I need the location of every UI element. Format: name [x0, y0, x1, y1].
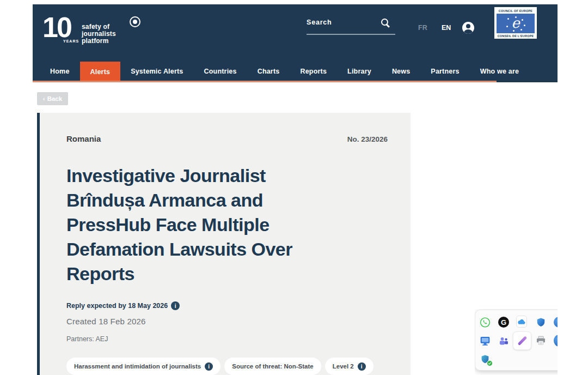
council-of-europe-logo[interactable]: COUNCIL OF EUROPE e CONSEIL DE L'EUROPE [494, 7, 537, 39]
site-header: 10 YEARS safety of journalists platform … [33, 4, 558, 62]
partners-label: Partners: AEJ [66, 335, 108, 343]
nav-item-home[interactable]: Home [40, 62, 80, 81]
screen: 10 YEARS safety of journalists platform … [0, 0, 588, 375]
nav-item-countries[interactable]: Countries [194, 62, 247, 81]
user-account-icon[interactable] [462, 22, 474, 34]
coe-stars [507, 18, 509, 20]
coe-label-fr: CONSEIL DE L'EUROPE [497, 34, 535, 38]
defender-check-icon[interactable] [480, 354, 491, 365]
info-icon[interactable]: i [171, 301, 180, 310]
coe-e-glyph: e [511, 15, 519, 31]
system-tray-popup: G [475, 310, 558, 371]
hidden-tray-icon-1[interactable] [554, 317, 558, 328]
nav-item-who-we-are[interactable]: Who we are [470, 62, 529, 81]
nav-item-reports[interactable]: Reports [290, 62, 337, 81]
alert-card: Romania No. 23/2026 Investigative Journa… [37, 113, 411, 375]
nav-item-alerts[interactable]: Alerts [80, 62, 121, 82]
nav-item-partners[interactable]: Partners [420, 62, 469, 81]
back-label: Back [47, 95, 63, 102]
language-fr-button[interactable]: FR [418, 24, 427, 32]
nav-item-news[interactable]: News [382, 62, 420, 81]
tag-category: Harassment and intimidation of journalis… [66, 358, 220, 375]
coe-label-en: COUNCIL OF EUROPE [497, 9, 535, 13]
nav-item-systemic-alerts[interactable]: Systemic Alerts [120, 62, 193, 81]
nav-underline [33, 81, 558, 82]
security-shield-icon[interactable] [535, 317, 546, 328]
alert-country: Romania [66, 134, 101, 143]
reply-expected-row: Reply expected by 18 May 2026 i [66, 301, 180, 310]
nav-item-library[interactable]: Library [337, 62, 382, 81]
printer-icon[interactable] [535, 335, 546, 346]
logo-10: 10 [42, 11, 71, 44]
alert-title: Investigative Journalist Brîndușa Armanc… [66, 164, 341, 286]
reply-expected-text: Reply expected by 18 May 2026 [66, 302, 168, 310]
pen-icon[interactable] [513, 331, 531, 350]
tag-source-of-threat: Source of threat: Non-State [224, 358, 321, 375]
info-icon[interactable]: i [358, 362, 366, 371]
site-logo[interactable]: 10 YEARS safety of journalists platform [42, 11, 135, 48]
nav-item-charts[interactable]: Charts [247, 62, 290, 81]
alert-tags: Harassment and intimidation of journalis… [66, 358, 373, 375]
hidden-tray-icon-2[interactable] [554, 335, 558, 346]
language-en-button[interactable]: EN [442, 24, 451, 32]
teams-icon[interactable] [498, 335, 509, 346]
check-badge-icon [487, 360, 493, 366]
back-chevron-icon: ‹ [43, 95, 45, 102]
info-icon[interactable]: i [205, 362, 213, 371]
main-navigation: Home Alerts Systemic Alerts Countries Ch… [33, 62, 558, 81]
logo-years-label: YEARS [63, 39, 79, 43]
pen-glyph [517, 336, 526, 345]
logo-wordmark: safety of journalists platform [82, 23, 116, 45]
grammarly-icon[interactable]: G [498, 317, 509, 328]
back-button[interactable]: ‹ Back [37, 92, 68, 105]
onedrive-icon[interactable] [516, 316, 527, 327]
display-icon[interactable] [480, 335, 491, 346]
tag-level: Level 2 i [325, 358, 373, 375]
created-date: Created 18 Feb 2026 [66, 317, 146, 326]
search-underline [307, 34, 395, 35]
search-icon[interactable] [381, 19, 391, 28]
tray-popup-clip: G [475, 309, 558, 375]
coe-emblem: e [497, 14, 535, 33]
lens-icon [130, 16, 140, 27]
alert-number: No. 23/2026 [347, 135, 388, 143]
whatsapp-icon[interactable] [480, 317, 491, 328]
